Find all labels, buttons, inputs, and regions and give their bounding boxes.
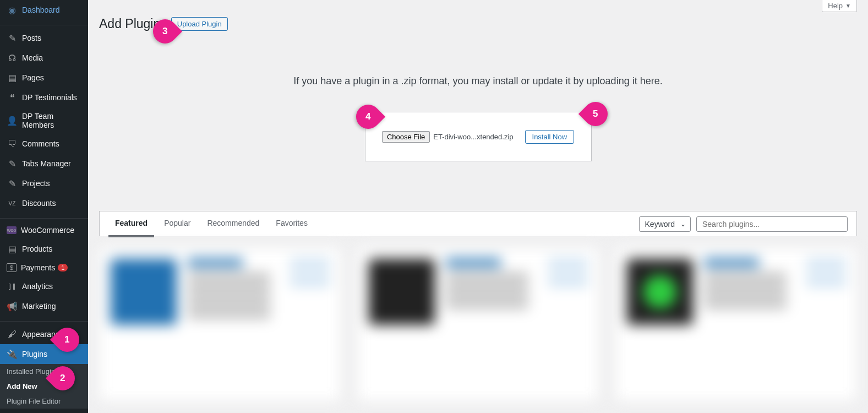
help-tab[interactable]: Help▼ — [822, 0, 857, 12]
plugin-thumbnail — [627, 259, 693, 325]
sidebar-separator — [0, 319, 88, 322]
sidebar-item-comments[interactable]: 🗨Comments — [0, 134, 88, 154]
payments-icon: $ — [7, 263, 17, 272]
upload-instruction-text: If you have a plugin in a .zip format, y… — [99, 75, 857, 87]
admin-sidebar: ◉Dashboard ✎Posts ☊Media ▤Pages ❝DP Test… — [0, 0, 88, 413]
plugin-card — [357, 247, 599, 401]
sidebar-item-tabsmanager[interactable]: ✎Tabs Manager — [0, 154, 88, 173]
sidebar-item-woocommerce[interactable]: wooWooCommerce — [0, 221, 88, 239]
sidebar-item-marketing[interactable]: 📢Marketing — [0, 296, 88, 316]
tab-favorites[interactable]: Favorites — [269, 211, 314, 237]
search-type-select[interactable]: Keyword⌄ — [639, 216, 691, 232]
selected-filename: ET-divi-woo...xtended.zip — [433, 133, 513, 141]
sidebar-item-discounts[interactable]: VZDiscounts — [0, 193, 88, 213]
filter-controls: Keyword⌄ — [639, 216, 848, 232]
sidebar-item-label: DP Team Members — [22, 112, 81, 129]
chevron-down-icon: ▼ — [845, 3, 851, 9]
comment-icon: 🗨 — [7, 138, 18, 149]
sidebar-item-label: Marketing — [22, 302, 56, 311]
sidebar-item-analytics[interactable]: ⫿⫿Analytics — [0, 276, 88, 296]
plugin-results-blurred — [99, 247, 857, 401]
sidebar-item-label: DP Testimonials — [22, 93, 77, 102]
plugin-actions — [807, 259, 845, 390]
plugin-info — [704, 259, 796, 390]
plugin-thumbnail — [369, 259, 435, 325]
sidebar-item-label: Plugins — [22, 350, 47, 358]
sidebar-item-label: Products — [22, 244, 52, 253]
plugin-card — [99, 247, 341, 401]
plugin-actions — [549, 259, 587, 390]
filter-tabs-bar: Featured Popular Recommended Favorites K… — [99, 211, 857, 236]
brush-icon: 🖌 — [7, 329, 18, 340]
chart-icon: ⫿⫿ — [7, 281, 18, 292]
pin-icon: ✎ — [7, 178, 18, 189]
tab-recommended[interactable]: Recommended — [200, 211, 266, 237]
tab-popular[interactable]: Popular — [157, 211, 197, 237]
sidebar-item-projects[interactable]: ✎Projects — [0, 173, 88, 193]
sidebar-item-payments[interactable]: $Payments1 — [0, 259, 88, 276]
sidebar-item-label: Dashboard — [22, 6, 60, 14]
plugin-thumbnail — [111, 259, 177, 325]
woo-icon: woo — [7, 226, 17, 234]
user-icon: 👤 — [7, 115, 18, 126]
sidebar-item-label: Comments — [22, 139, 59, 148]
sidebar-item-label: Posts — [22, 34, 41, 42]
sidebar-separator — [0, 216, 88, 219]
chevron-down-icon: ⌄ — [680, 220, 686, 228]
sidebar-item-media[interactable]: ☊Media — [0, 48, 88, 68]
notification-badge: 1 — [58, 264, 68, 271]
sidebar-item-team[interactable]: 👤DP Team Members — [0, 107, 88, 134]
pin-icon: ✎ — [7, 158, 18, 169]
plugin-info — [188, 259, 280, 390]
pages-icon: ▤ — [7, 72, 18, 83]
sidebar-item-label: Media — [22, 53, 43, 62]
sidebar-separator — [0, 23, 88, 25]
plugin-card — [615, 247, 857, 401]
plugin-actions — [291, 259, 329, 390]
dashboard-icon: ◉ — [7, 4, 18, 15]
sidebar-item-label: Discounts — [22, 199, 56, 208]
submenu-plugin-file-editor[interactable]: Plugin File Editor — [0, 394, 88, 409]
products-icon: ▤ — [7, 243, 18, 254]
choose-file-button[interactable]: Choose File — [382, 131, 430, 143]
upload-form: Choose File ET-divi-woo...xtended.zip In… — [365, 112, 592, 161]
install-now-button[interactable]: Install Now — [525, 130, 575, 144]
discount-icon: VZ — [7, 198, 18, 209]
sidebar-item-pages[interactable]: ▤Pages — [0, 68, 88, 88]
sidebar-item-label: Pages — [22, 73, 44, 82]
search-plugins-input[interactable] — [696, 216, 848, 232]
page-header: Add Plugins Upload Plugin — [99, 17, 857, 31]
sidebar-item-dashboard[interactable]: ◉Dashboard — [0, 0, 88, 20]
pin-icon: ✎ — [7, 32, 18, 44]
megaphone-icon: 📢 — [7, 301, 18, 312]
plugins-submenu: Installed Plugins Add New Plugin File Ed… — [0, 364, 88, 409]
quote-icon: ❝ — [7, 92, 18, 103]
media-icon: ☊ — [7, 52, 18, 63]
sidebar-item-label: Tabs Manager — [22, 159, 71, 168]
select-value: Keyword — [645, 220, 675, 229]
sidebar-item-label: WooCommerce — [21, 226, 74, 235]
submenu-add-new[interactable]: Add New — [0, 379, 88, 394]
main-content: Help▼ Add Plugins Upload Plugin 3 If you… — [88, 0, 868, 413]
plugin-icon: 🔌 — [7, 349, 18, 360]
sidebar-item-label: Projects — [22, 179, 50, 188]
help-label: Help — [828, 2, 843, 10]
sidebar-item-posts[interactable]: ✎Posts — [0, 28, 88, 48]
sidebar-item-products[interactable]: ▤Products — [0, 239, 88, 259]
sidebar-item-label: Payments — [21, 263, 55, 272]
tab-featured[interactable]: Featured — [108, 211, 154, 237]
sidebar-item-label: Analytics — [22, 282, 53, 291]
sidebar-item-testimonials[interactable]: ❝DP Testimonials — [0, 88, 88, 107]
plugin-info — [446, 259, 538, 390]
